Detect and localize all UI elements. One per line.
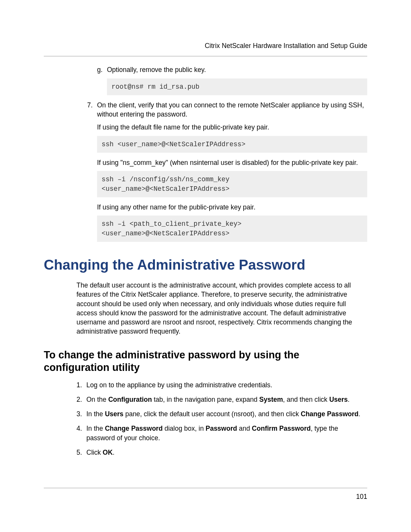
page-number: 101 <box>44 493 367 501</box>
paragraph: If using the default file name for the p… <box>97 123 367 132</box>
intro-paragraph: The default user account is the administ… <box>76 281 367 336</box>
step-1: 1. Log on to the appliance by using the … <box>76 380 367 390</box>
footer-rule <box>44 488 367 488</box>
paragraph: If using any other name for the public-p… <box>97 203 367 212</box>
header-rule <box>44 56 367 56</box>
list-text: Log on to the appliance by using the adm… <box>86 380 272 390</box>
continued-list: g. Optionally, remove the public key. ro… <box>87 66 367 242</box>
list-marker: 2. <box>76 395 86 404</box>
list-marker: 1. <box>76 380 86 390</box>
step-4: 4. In the Change Password dialog box, in… <box>76 424 367 442</box>
step-2: 2. On the Configuration tab, in the navi… <box>76 395 367 404</box>
running-header: Citrix NetScaler Hardware Installation a… <box>44 42 367 50</box>
paragraph: If using "ns_comm_key" (when nsinternal … <box>97 158 367 167</box>
code-block: ssh –i /nsconfig/ssh/ns_comm_key <user_n… <box>97 171 367 197</box>
list-text: Optionally, remove the public key. <box>107 66 206 75</box>
code-block: root@ns# rm id_rsa.pub <box>107 78 367 96</box>
heading-2: To change the administrative password by… <box>44 349 367 374</box>
code-block: ssh <user_name>@<NetScalerIPAddress> <box>97 136 367 153</box>
substep-g: g. Optionally, remove the public key. <box>97 66 367 75</box>
list-text: On the client, verify that you can conne… <box>97 101 367 119</box>
list-marker: g. <box>97 66 107 75</box>
list-text: On the Configuration tab, in the navigat… <box>86 395 350 404</box>
code-block: ssh –i <path_to_client_private_key> <use… <box>97 216 367 242</box>
list-marker: 3. <box>76 409 86 419</box>
page: Citrix NetScaler Hardware Installation a… <box>0 0 411 532</box>
step-3: 3. In the Users pane, click the default … <box>76 409 367 419</box>
step-7: 7. On the client, verify that you can co… <box>87 101 367 119</box>
step-5: 5. Click OK. <box>76 448 367 457</box>
list-text: In the Users pane, click the default use… <box>86 409 360 419</box>
list-text: In the Change Password dialog box, in Pa… <box>86 424 367 442</box>
list-marker: 5. <box>76 448 86 457</box>
list-marker: 4. <box>76 424 86 442</box>
heading-1: Changing the Administrative Password <box>44 257 367 273</box>
steps-list: 1. Log on to the appliance by using the … <box>76 380 367 457</box>
page-footer: 101 <box>44 488 367 501</box>
list-marker: 7. <box>87 101 97 119</box>
list-text: Click OK. <box>86 448 115 457</box>
